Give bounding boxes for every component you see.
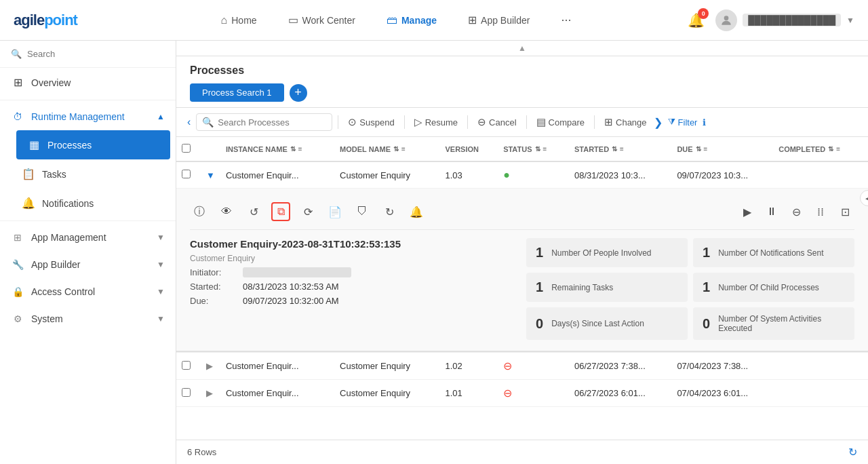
- th-status[interactable]: STATUS ⇅ ≡: [498, 137, 569, 161]
- sidebar-search-input[interactable]: [27, 49, 165, 59]
- row2-expand-cell[interactable]: ▶: [201, 353, 220, 380]
- sidebar-item-label: Tasks: [42, 169, 66, 180]
- refresh-action-icon[interactable]: ↺: [244, 202, 263, 221]
- stat-card-notifications: 1 Number Of Notifications Sent: [693, 238, 854, 267]
- view-action-icon[interactable]: 👁: [217, 202, 236, 221]
- sidebar-group-label: App Management: [31, 232, 106, 243]
- nav-home[interactable]: ⌂ Home: [216, 12, 262, 29]
- change-button[interactable]: ⊞ Change: [600, 116, 651, 128]
- collapse-bar[interactable]: ▲: [176, 41, 868, 56]
- notify-action-icon[interactable]: 🔔: [407, 202, 426, 221]
- nav-appbuilder[interactable]: ⊞ App Builder: [462, 11, 535, 29]
- started-col-label: STARTED: [574, 145, 609, 153]
- retry-action-icon[interactable]: ↻: [380, 202, 399, 221]
- row2-checkbox-cell[interactable]: [176, 353, 201, 380]
- stat-card-days: 0 Days(s) Since Last Action: [526, 307, 688, 340]
- row1-version: 1.03: [440, 161, 498, 189]
- th-model-name[interactable]: MODEL NAME ⇅ ≡: [334, 137, 439, 161]
- detail-initiator-value: [243, 267, 351, 277]
- sidebar-item-notifications[interactable]: 🔔 Notifications: [11, 189, 176, 218]
- chevron-right-row2-icon: ▶: [206, 361, 213, 371]
- refresh-button[interactable]: ↻: [848, 446, 857, 459]
- add-tab-button[interactable]: +: [290, 84, 307, 102]
- compare-button[interactable]: ▤ Compare: [532, 116, 589, 128]
- expanded-detail-row: ⓘ 👁 ↺ ⧉ ⟳ 📄 ⛉ ↻ 🔔: [176, 189, 868, 353]
- detail-grid: Customer Enquiry-2023-08-31T10:32:53:135…: [190, 238, 854, 340]
- resume-button[interactable]: ▷ Resume: [410, 116, 462, 128]
- sidebar-runtime-management[interactable]: ⏱ Runtime Management ▲: [0, 103, 176, 130]
- change-icon: ⊞: [604, 116, 613, 128]
- row1-expand-cell[interactable]: ▼: [201, 161, 220, 189]
- row3-checkbox-cell[interactable]: [176, 380, 201, 407]
- back-button[interactable]: ‹: [187, 116, 191, 128]
- th-instance-name[interactable]: INSTANCE NAME ⇅ ≡: [220, 137, 334, 161]
- history-action-icon[interactable]: ⟳: [298, 202, 317, 221]
- sidebar-app-management[interactable]: ⊞ App Management ▼: [0, 224, 176, 251]
- info-button[interactable]: ℹ: [703, 117, 706, 128]
- sidebar-item-processes[interactable]: ▦ Processes: [16, 130, 170, 159]
- chevron-right-row3-icon: ▶: [206, 388, 213, 398]
- bell-icon: 🔔: [22, 197, 35, 210]
- sidebar-app-builder[interactable]: 🔧 App Builder ▼: [0, 251, 176, 278]
- copy-action-icon[interactable]: ⧉: [271, 202, 290, 221]
- sidebar-item-tasks[interactable]: 📋 Tasks: [11, 159, 176, 189]
- export-action-icon[interactable]: ⊡: [835, 202, 854, 221]
- sort-icon-due: ⇅: [696, 145, 701, 153]
- th-started[interactable]: STARTED ⇅ ≡: [569, 137, 671, 161]
- th-version[interactable]: VERSION: [440, 137, 498, 161]
- sidebar-item-label: Processes: [47, 140, 92, 151]
- more-actions-button[interactable]: ❯: [651, 116, 665, 129]
- user-area[interactable]: ██████████████ ▼: [715, 9, 854, 31]
- select-all-checkbox[interactable]: [182, 144, 191, 153]
- overview-icon: ⊞: [11, 76, 24, 89]
- filter-button[interactable]: ⧩ Filter: [668, 117, 698, 128]
- hierarchy-action-icon[interactable]: ⛉: [353, 202, 372, 221]
- th-due[interactable]: DUE ⇅ ≡: [671, 137, 773, 161]
- filter-icon-model: ≡: [401, 145, 406, 153]
- processes-panel: Processes Process Search 1 + ‹ 🔍 ⊙ Suspe…: [176, 56, 868, 464]
- table-footer: 6 Rows ↻: [176, 440, 868, 464]
- table-row: ▶ Customer Enquir... Customer Enquiry 1.…: [176, 353, 868, 380]
- stat-card-system: 0 Number Of System Activities Executed: [693, 307, 854, 340]
- filter-icon-status: ≡: [543, 145, 547, 153]
- filter-label: Filter: [678, 117, 698, 128]
- notification-button[interactable]: 🔔 0: [688, 12, 705, 28]
- top-nav: agilepoint ⌂ Home ▭ Work Center 🗃 Manage…: [0, 0, 868, 41]
- sidebar-search-area: 🔍: [0, 41, 176, 68]
- sidebar-system[interactable]: ⚙ System ▼: [0, 305, 176, 332]
- chevron-up-icon: ▲: [157, 112, 165, 121]
- row1-checkbox[interactable]: [182, 170, 191, 178]
- search-processes-input[interactable]: [218, 117, 326, 128]
- row3-expand-cell[interactable]: ▶: [201, 380, 220, 407]
- suspend-button[interactable]: ⊙ Suspend: [344, 116, 398, 128]
- detail-due-label: Due:: [190, 296, 237, 306]
- branch-action-icon[interactable]: ⁞⁞: [811, 202, 830, 221]
- expanded-detail-cell: ⓘ 👁 ↺ ⧉ ⟳ 📄 ⛉ ↻ 🔔: [176, 189, 868, 353]
- right-action-icons: ▶ ⏸ ⊖ ⁞⁞ ⊡: [738, 202, 854, 221]
- detail-initiator-field: Initiator:: [190, 267, 518, 277]
- row2-status: ⊖: [498, 353, 569, 380]
- document-action-icon[interactable]: 📄: [326, 202, 344, 221]
- rows-count: 6 Rows: [187, 447, 216, 457]
- chevron-down-icon-appbuilder: ▼: [157, 260, 165, 269]
- cancel-button[interactable]: ⊖ Cancel: [473, 116, 520, 128]
- stop-action-icon[interactable]: ⊖: [787, 202, 806, 221]
- more-nav-button[interactable]: ···: [555, 10, 576, 30]
- stat-label-notifications: Number Of Notifications Sent: [718, 248, 823, 258]
- row2-checkbox[interactable]: [182, 361, 191, 370]
- pause-action-icon[interactable]: ⏸: [762, 202, 781, 221]
- info-action-icon[interactable]: ⓘ: [190, 202, 209, 221]
- sidebar-runtime-children: ▦ Processes 📋 Tasks 🔔 Notifications: [0, 130, 176, 218]
- row1-checkbox-cell[interactable]: [176, 161, 201, 189]
- sidebar-access-control[interactable]: 🔒 Access Control ▼: [0, 278, 176, 305]
- row3-model-name: Customer Enquiry: [334, 380, 439, 407]
- process-search-tab[interactable]: Process Search 1: [190, 83, 284, 102]
- nav-manage[interactable]: 🗃 Manage: [381, 12, 442, 29]
- play-action-icon[interactable]: ▶: [738, 202, 757, 221]
- select-all-header[interactable]: [176, 137, 201, 161]
- sidebar-item-overview[interactable]: ⊞ Overview: [0, 68, 176, 97]
- nav-workcenter[interactable]: ▭ Work Center: [283, 11, 361, 29]
- tasks-icon: 📋: [22, 168, 35, 180]
- row3-checkbox[interactable]: [182, 388, 191, 397]
- th-completed[interactable]: COMPLETED ⇅ ≡: [773, 137, 868, 161]
